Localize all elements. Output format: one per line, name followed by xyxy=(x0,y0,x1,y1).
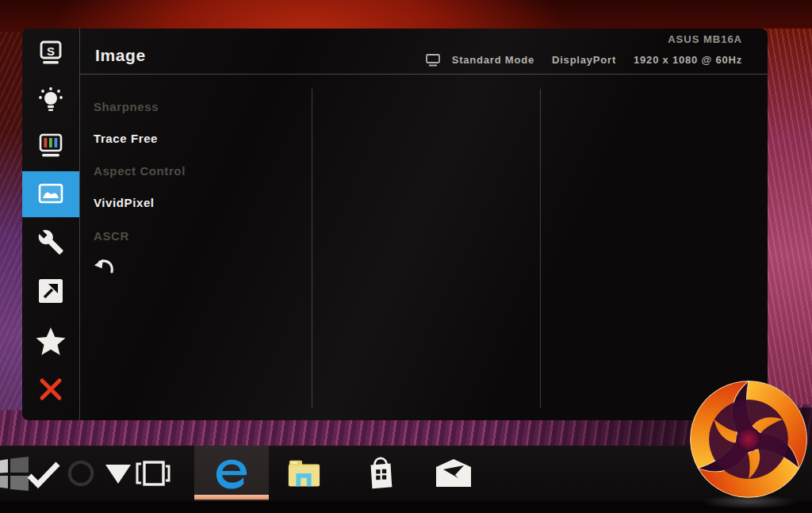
circle-icon xyxy=(67,458,95,488)
photo-of-monitor: S xyxy=(0,0,812,513)
menu-item-aspect-control[interactable]: Aspect Control xyxy=(94,164,186,178)
menu-item-sharpness[interactable]: Sharpness xyxy=(94,100,159,113)
display-icon xyxy=(425,53,441,67)
light-bulb-icon xyxy=(36,86,65,115)
sidebar-item-system-setup[interactable] xyxy=(22,219,79,265)
sidebar-item-color[interactable] xyxy=(22,124,79,170)
back-button[interactable] xyxy=(92,255,116,276)
status-signal: 1920 x 1080 @ 60Hz xyxy=(634,54,742,66)
sidebar-item-close[interactable] xyxy=(22,366,79,412)
column-divider-2 xyxy=(540,89,541,408)
page-title: Image xyxy=(95,46,146,65)
status-row: Standard Mode DisplayPort 1920 x 1080 @ … xyxy=(425,52,742,67)
menu-item-trace-free[interactable]: Trace Free xyxy=(94,132,158,145)
sidebar-item-image[interactable] xyxy=(22,171,79,217)
ink-workspace-button[interactable] xyxy=(26,446,61,501)
status-input: DisplayPort xyxy=(552,54,616,66)
tablet-mode-icon xyxy=(135,459,171,488)
status-mode: Standard Mode xyxy=(452,54,534,66)
osd-sidebar: S xyxy=(22,29,80,420)
kitguru-logo xyxy=(687,377,810,501)
sidebar-item-blue-light-filter[interactable] xyxy=(22,78,79,124)
back-arrow-icon xyxy=(92,255,116,276)
triangle-down-icon xyxy=(104,461,132,485)
mail-envelope-icon xyxy=(434,457,473,489)
tablet-mode-button[interactable] xyxy=(135,446,171,501)
image-icon xyxy=(36,182,65,207)
monitor-screen: S xyxy=(22,29,768,420)
checkmark-icon xyxy=(26,457,61,489)
show-hidden-icons-button[interactable] xyxy=(103,446,133,501)
edge-browser-icon xyxy=(212,454,251,493)
sidebar-item-splendid[interactable]: S xyxy=(22,32,79,78)
taskbar-item-edge[interactable] xyxy=(194,446,269,501)
cortana-button[interactable] xyxy=(67,446,95,501)
taskbar-item-mail[interactable] xyxy=(431,446,476,501)
fabric-background-left xyxy=(0,32,24,422)
osd-content: Sharpness Trace Free Aspect Control Vivi… xyxy=(80,75,768,420)
star-icon xyxy=(35,327,67,357)
shortcut-arrow-icon xyxy=(38,278,63,304)
osd-panel: S xyxy=(22,29,768,420)
column-divider-1 xyxy=(312,89,312,408)
close-x-icon xyxy=(37,376,64,403)
menu-item-vividpixel[interactable]: VividPixel xyxy=(94,196,155,209)
color-bars-icon xyxy=(36,133,65,162)
sidebar-item-shortcut[interactable] xyxy=(22,268,79,314)
svg-text:S: S xyxy=(47,44,55,58)
menu-item-ascr[interactable]: ASCR xyxy=(94,229,129,243)
wrench-icon xyxy=(37,228,64,255)
brand-label: ASUS MB16A xyxy=(668,33,742,45)
splendid-icon: S xyxy=(36,40,65,69)
photo-bottom-edge xyxy=(0,501,812,513)
taskbar-item-store[interactable] xyxy=(358,446,403,501)
store-bag-icon xyxy=(362,455,399,492)
taskbar-item-file-explorer[interactable] xyxy=(284,446,324,501)
edge-active-underline xyxy=(194,495,269,500)
folder-icon xyxy=(285,457,322,490)
sidebar-item-my-favorite[interactable] xyxy=(22,319,79,365)
